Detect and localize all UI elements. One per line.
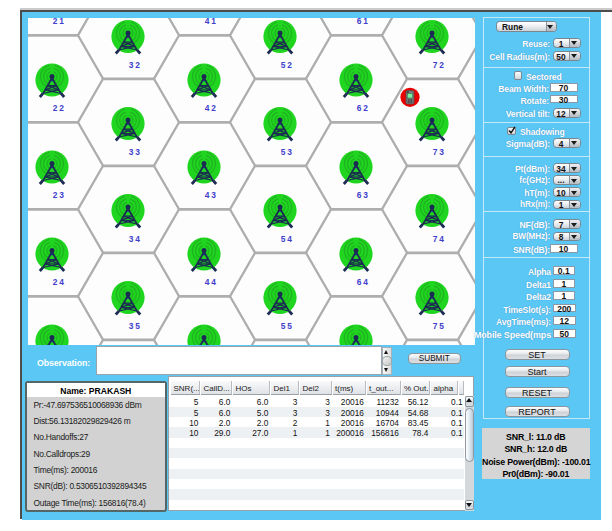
svg-text:3: 3 xyxy=(287,146,292,156)
svg-text:1: 1 xyxy=(59,18,64,26)
svg-text:4: 4 xyxy=(204,190,209,200)
svg-text:5: 5 xyxy=(280,59,285,69)
svg-text:5: 5 xyxy=(135,320,140,330)
svg-text:7: 7 xyxy=(432,233,437,243)
svg-text:4: 4 xyxy=(135,233,140,243)
svg-text:2: 2 xyxy=(52,190,57,200)
svg-text:5: 5 xyxy=(280,146,285,156)
svg-text:6: 6 xyxy=(356,103,361,113)
svg-text:2: 2 xyxy=(52,103,57,113)
svg-text:2: 2 xyxy=(439,59,444,69)
svg-text:6: 6 xyxy=(356,190,361,200)
svg-text:2: 2 xyxy=(287,59,292,69)
svg-text:1: 1 xyxy=(211,18,216,26)
svg-text:5: 5 xyxy=(280,320,285,330)
svg-text:5: 5 xyxy=(287,320,292,330)
svg-text:2: 2 xyxy=(135,59,140,69)
svg-text:4: 4 xyxy=(363,277,368,287)
svg-text:3: 3 xyxy=(59,190,64,200)
svg-text:4: 4 xyxy=(211,277,216,287)
svg-text:2: 2 xyxy=(363,103,368,113)
svg-text:3: 3 xyxy=(128,233,133,243)
svg-text:3: 3 xyxy=(128,146,133,156)
svg-text:5: 5 xyxy=(280,233,285,243)
svg-text:7: 7 xyxy=(432,59,437,69)
svg-text:4: 4 xyxy=(287,233,292,243)
svg-text:2: 2 xyxy=(211,103,216,113)
svg-text:6: 6 xyxy=(356,277,361,287)
svg-text:4: 4 xyxy=(439,233,444,243)
svg-text:3: 3 xyxy=(211,190,216,200)
svg-text:2: 2 xyxy=(59,103,64,113)
svg-text:4: 4 xyxy=(204,18,209,26)
svg-text:4: 4 xyxy=(204,277,209,287)
svg-text:6: 6 xyxy=(356,18,361,26)
svg-text:7: 7 xyxy=(432,320,437,330)
svg-text:2: 2 xyxy=(52,18,57,26)
svg-text:3: 3 xyxy=(135,146,140,156)
svg-text:2: 2 xyxy=(52,277,57,287)
svg-text:3: 3 xyxy=(439,146,444,156)
svg-text:4: 4 xyxy=(59,277,64,287)
svg-text:3: 3 xyxy=(363,190,368,200)
svg-text:4: 4 xyxy=(204,103,209,113)
svg-text:1: 1 xyxy=(363,18,368,26)
svg-text:3: 3 xyxy=(128,320,133,330)
svg-text:5: 5 xyxy=(439,320,444,330)
svg-text:3: 3 xyxy=(128,59,133,69)
svg-text:7: 7 xyxy=(432,146,437,156)
